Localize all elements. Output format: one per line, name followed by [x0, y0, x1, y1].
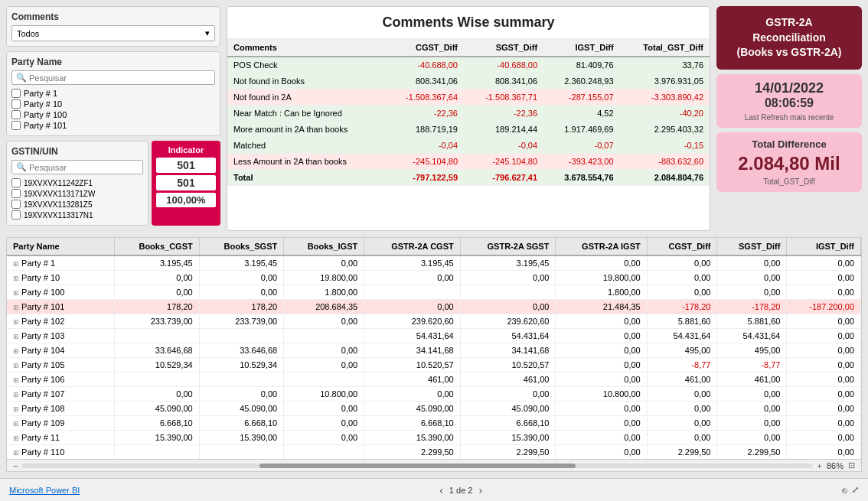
- table-row-bcgst: [114, 329, 199, 343]
- table-row-gsgst: 10.520,57: [460, 358, 556, 372]
- party10-checkbox[interactable]: [11, 99, 21, 109]
- minus-icon[interactable]: −: [13, 461, 18, 470]
- summary-cell-cgst: -245.104,80: [384, 154, 464, 170]
- gstin-label: 19XVXVX113281Z5: [24, 200, 93, 209]
- page-navigation: ‹ 1 de 2 ›: [439, 484, 482, 496]
- list-item[interactable]: Party # 10: [11, 99, 215, 109]
- prev-page-button[interactable]: ‹: [439, 484, 443, 496]
- summary-cell-total: -883.632,60: [620, 154, 710, 170]
- list-item[interactable]: Party # 101: [11, 120, 215, 131]
- list-item[interactable]: Party # 1: [11, 88, 215, 99]
- summary-cell-total: 2.295.403,32: [620, 122, 710, 138]
- table-row-gigst: 0,00: [556, 445, 647, 460]
- party1-checkbox[interactable]: [11, 89, 21, 98]
- list-item[interactable]: 19XVXVX113317N1: [11, 210, 143, 220]
- table-row-gsgst: 461,00: [460, 372, 556, 387]
- party100-checkbox[interactable]: [11, 110, 21, 119]
- table-row-bigst: 0,00: [284, 402, 364, 416]
- horizontal-scrollbar[interactable]: [22, 464, 812, 468]
- table-row-bigst: 0,00: [284, 343, 364, 358]
- gstin4-checkbox[interactable]: [11, 210, 21, 220]
- table-row-dsgst: 0,00: [717, 285, 787, 300]
- gstin-search-box[interactable]: 🔍: [11, 160, 143, 174]
- scrollbar-area[interactable]: − + 86% ⊡: [7, 459, 861, 471]
- summary-table: Comments CGST_Diff SGST_Diff IGST_Diff T…: [227, 39, 710, 186]
- data-table-wrapper[interactable]: Party Name Books_CGST Books_SGST Books_I…: [7, 238, 861, 459]
- summary-cell-label: Total: [227, 170, 384, 186]
- summary-cell-igst: -287.155,07: [543, 89, 620, 106]
- table-row-digst: -187.200,00: [787, 300, 861, 314]
- gstin3-checkbox[interactable]: [11, 200, 21, 209]
- party-search-input[interactable]: [29, 73, 210, 83]
- plus-icon[interactable]: +: [817, 461, 822, 470]
- list-item[interactable]: 19XVXVX113281Z5: [11, 199, 143, 210]
- list-item[interactable]: 19XVXVX113171ZW: [11, 188, 143, 199]
- table-row-bcgst: 0,00: [114, 387, 199, 402]
- table-row-digst: 0,00: [787, 329, 861, 343]
- table-row-bcgst: 178,20: [114, 300, 199, 314]
- powerbi-link[interactable]: Microsoft Power BI: [9, 486, 80, 495]
- table-row-gsgst: [460, 285, 556, 300]
- total-diff-title: Total Difference: [723, 138, 856, 150]
- th-gstr2a-cgst: GSTR-2A CGST: [364, 238, 461, 255]
- table-row-gcgst: 34.141,68: [364, 343, 461, 358]
- table-row-party: ⊞ Party # 102: [7, 314, 114, 329]
- expand-icon: ⊞: [13, 289, 19, 297]
- table-row-bigst: 19.800,00: [284, 271, 364, 285]
- table-row-bigst: 0,00: [284, 255, 364, 271]
- gstin-filter-box: GSTIN/UIN 🔍 19XVXVX11242ZF1 19XVXVX11317…: [6, 141, 148, 226]
- table-row-bigst: [284, 372, 364, 387]
- table-row-dcgst: 54.431,64: [647, 329, 717, 343]
- table-row-bcgst: 0,00: [114, 271, 199, 285]
- table-row-bcgst: 45.090,00: [114, 402, 199, 416]
- table-row-dsgst: 0,00: [717, 416, 787, 431]
- indicator-title: Indicator: [168, 145, 204, 155]
- gstin2-checkbox[interactable]: [11, 189, 21, 198]
- th-books-igst: Books_IGST: [284, 238, 364, 255]
- table-row-bigst: 0,00: [284, 314, 364, 329]
- summary-cell-cgst: -0,04: [384, 138, 464, 154]
- col-cgst-diff: CGST_Diff: [384, 39, 464, 57]
- table-row-party: ⊞ Party # 106: [7, 372, 114, 387]
- list-item[interactable]: Party # 100: [11, 109, 215, 120]
- fullscreen-icon[interactable]: ⤢: [852, 485, 859, 495]
- table-row-gigst: 0,00: [556, 255, 647, 271]
- gstin1-checkbox[interactable]: [11, 178, 21, 187]
- summary-cell-label: Not found in 2A: [227, 89, 384, 106]
- table-row-bsgst: [199, 329, 283, 343]
- table-row-bsgst: 10.529,34: [199, 358, 283, 372]
- summary-cell-label: Less Amount in 2A than books: [227, 154, 384, 170]
- expand-icon: ⊞: [13, 304, 19, 311]
- table-row-digst: 0,00: [787, 255, 861, 271]
- party101-checkbox[interactable]: [11, 121, 21, 130]
- party-name-filter-title: Party Name: [11, 57, 215, 67]
- table-row-dsgst: 0,00: [717, 402, 787, 416]
- table-row-digst: 0,00: [787, 416, 861, 431]
- table-row-gcgst: 0,00: [364, 271, 461, 285]
- expand-icon: ⊞: [13, 260, 19, 268]
- fit-page-icon[interactable]: ⊡: [848, 460, 855, 470]
- table-row-party: ⊞ Party # 100: [7, 285, 114, 300]
- table-row-dcgst: 2.299,50: [647, 445, 717, 460]
- party-search-box[interactable]: 🔍: [11, 70, 215, 85]
- data-table: Party Name Books_CGST Books_SGST Books_I…: [7, 238, 861, 459]
- summary-cell-igst: 4,52: [543, 106, 620, 122]
- table-row-bigst: 0,00: [284, 431, 364, 445]
- table-row-bigst: 1.800,00: [284, 285, 364, 300]
- gstin-search-input[interactable]: [29, 163, 139, 172]
- table-row-bcgst: 15.390,00: [114, 431, 199, 445]
- table-row-bsgst: 233.739,00: [199, 314, 283, 329]
- summary-cell-cgst: -1.508.367,64: [384, 89, 464, 106]
- table-row-gsgst: 34.141,68: [460, 343, 556, 358]
- expand-icon: ⊞: [13, 275, 19, 282]
- col-comments: Comments: [227, 39, 384, 57]
- share-icon[interactable]: ⎋: [842, 486, 847, 495]
- next-page-button[interactable]: ›: [478, 484, 482, 496]
- th-igst-diff: IGST_Diff: [787, 238, 861, 255]
- comments-dropdown[interactable]: Todos ▾: [11, 25, 215, 41]
- left-filter-panel: Comments Todos ▾ Party Name 🔍 Party # 1: [6, 6, 220, 231]
- summary-cell-sgst: 189.214,44: [464, 122, 543, 138]
- list-item[interactable]: 19XVXVX11242ZF1: [11, 177, 143, 188]
- table-row-dsgst: 0,00: [717, 271, 787, 285]
- table-row-dsgst: -178,20: [717, 300, 787, 314]
